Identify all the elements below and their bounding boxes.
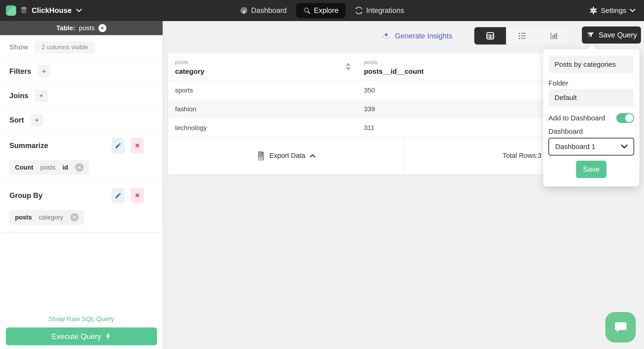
search-icon: [303, 7, 310, 14]
database-icon: [20, 6, 28, 14]
list-view-icon: [518, 32, 527, 40]
summarize-column: id: [62, 164, 68, 171]
x-icon: ✕: [135, 192, 140, 199]
filters-section: Filters +: [0, 59, 163, 84]
add-to-dashboard-toggle[interactable]: [616, 113, 634, 123]
summarize-label: Summarize: [9, 141, 48, 150]
show-section: Show 2 columns visible: [0, 35, 163, 59]
lightning-icon: [105, 333, 111, 340]
summarize-table: posts: [40, 164, 56, 171]
chevron-down-icon: [621, 144, 628, 149]
svg-text:CSV: CSV: [259, 158, 264, 160]
sort-label: Sort: [9, 116, 24, 124]
save-query-button[interactable]: Save Query: [582, 26, 641, 43]
tab-integrations[interactable]: Integrations: [354, 6, 406, 15]
edit-group-by-button[interactable]: [112, 188, 125, 203]
cell-category: sports: [175, 87, 193, 94]
table-view-button[interactable]: [474, 27, 506, 44]
remove-table-button[interactable]: ✕: [98, 24, 106, 32]
settings-label: Settings: [601, 6, 626, 14]
summarize-agg: Count: [15, 164, 33, 171]
brand-name: ClickHouse: [32, 6, 72, 15]
tab-integrations-label: Integrations: [366, 6, 404, 15]
column-name: category: [175, 67, 204, 75]
remove-summarize-button[interactable]: ✕: [131, 138, 144, 153]
chart-view-button[interactable]: [538, 27, 570, 44]
add-join-button[interactable]: +: [35, 89, 48, 102]
show-raw-sql-link[interactable]: Show Raw SQL Query: [0, 315, 163, 323]
folder-label: Folder: [548, 79, 634, 87]
table-prefix: Table:: [56, 24, 75, 32]
top-navbar: ClickHouse Dashboard Explore: [0, 0, 644, 21]
column-name: posts__id__count: [364, 67, 424, 75]
column-table-caption: posts: [175, 59, 204, 66]
bar-chart-icon: [549, 32, 559, 40]
popover-arrow: [587, 45, 596, 49]
export-data-button[interactable]: CSV Export Data: [168, 137, 404, 174]
table-view-icon: [486, 32, 495, 40]
sort-toggle-icon[interactable]: [346, 63, 351, 70]
app-logo: [6, 5, 16, 16]
cell-count: 350: [364, 87, 375, 94]
group-by-section: Group By ✕ posts category ✕: [0, 182, 163, 232]
tab-explore-label: Explore: [314, 6, 338, 15]
table-name: posts: [79, 24, 95, 32]
summarize-section: Summarize ✕ Count posts id ✕: [0, 132, 163, 182]
column-table-caption: posts: [364, 59, 424, 66]
csv-file-icon: CSV: [256, 151, 265, 161]
add-filter-button[interactable]: +: [38, 65, 50, 78]
chevron-down-icon: [76, 9, 82, 12]
column-header-count[interactable]: posts posts__id__count: [364, 59, 424, 75]
filters-label: Filters: [9, 67, 31, 76]
tab-explore[interactable]: Explore: [296, 3, 346, 18]
generate-insights-label: Generate Insights: [395, 32, 452, 40]
nav-tabs: Dashboard Explore Integrations: [238, 0, 406, 21]
column-header-category[interactable]: posts category: [175, 59, 204, 75]
group-by-label: Group By: [9, 191, 42, 200]
dashboard-label: Dashboard: [548, 127, 634, 135]
export-data-label: Export Data: [269, 152, 305, 159]
x-icon: ✕: [135, 142, 140, 149]
sort-section: Sort +: [0, 108, 163, 132]
dashboard-select[interactable]: Dashboard 1: [548, 138, 634, 156]
add-sort-button[interactable]: +: [30, 114, 43, 126]
execute-query-label: Execute Query: [52, 332, 101, 341]
group-by-chip: posts category ✕: [9, 210, 84, 225]
save-query-label: Save Query: [598, 31, 637, 39]
settings-menu[interactable]: Settings: [589, 0, 636, 21]
edit-summarize-button[interactable]: [112, 138, 125, 153]
add-to-dashboard-label: Add to Dashboard: [548, 114, 605, 122]
chat-launcher-button[interactable]: [605, 312, 636, 343]
save-query-popover: Folder Add to Dashboard Dashboard Dashbo…: [543, 49, 639, 186]
joins-section: Joins +: [0, 84, 163, 108]
sort-asc-icon: [346, 63, 351, 66]
total-rows-label: Total Rows:3: [503, 152, 542, 159]
popover-save-button[interactable]: Save: [576, 161, 606, 178]
cell-count: 339: [364, 105, 375, 113]
execute-query-button[interactable]: Execute Query: [6, 328, 157, 345]
tab-dashboard[interactable]: Dashboard: [238, 6, 288, 15]
chevron-down-icon: [630, 9, 636, 12]
columns-visible-chip[interactable]: 2 columns visible: [35, 41, 95, 53]
tab-dashboard-label: Dashboard: [251, 6, 287, 15]
list-view-button[interactable]: [506, 27, 538, 44]
generate-insights-link[interactable]: Generate Insights: [381, 29, 452, 43]
query-name-input[interactable]: [548, 56, 634, 73]
sparkle-icon: [381, 31, 391, 41]
remove-summarize-chip-button[interactable]: ✕: [75, 163, 84, 172]
remove-group-by-button[interactable]: ✕: [131, 188, 144, 203]
joins-label: Joins: [9, 92, 28, 100]
pencil-icon: [114, 142, 122, 149]
brand-area[interactable]: ClickHouse: [6, 0, 82, 21]
folder-input[interactable]: [548, 89, 634, 106]
group-by-table: posts: [15, 214, 32, 221]
remove-group-by-chip-button[interactable]: ✕: [70, 213, 79, 222]
query-builder-sidebar: Table: posts ✕ Show 2 columns visible Fi…: [0, 21, 163, 349]
results-area: Generate Insights: [163, 21, 644, 349]
cell-category: technology: [175, 124, 207, 132]
pencil-icon: [114, 192, 122, 199]
cell-count: 311: [364, 124, 374, 132]
chat-bubble-icon: [612, 319, 629, 336]
show-label: Show: [9, 43, 28, 51]
dashboard-select-value: Dashboard 1: [555, 143, 596, 151]
